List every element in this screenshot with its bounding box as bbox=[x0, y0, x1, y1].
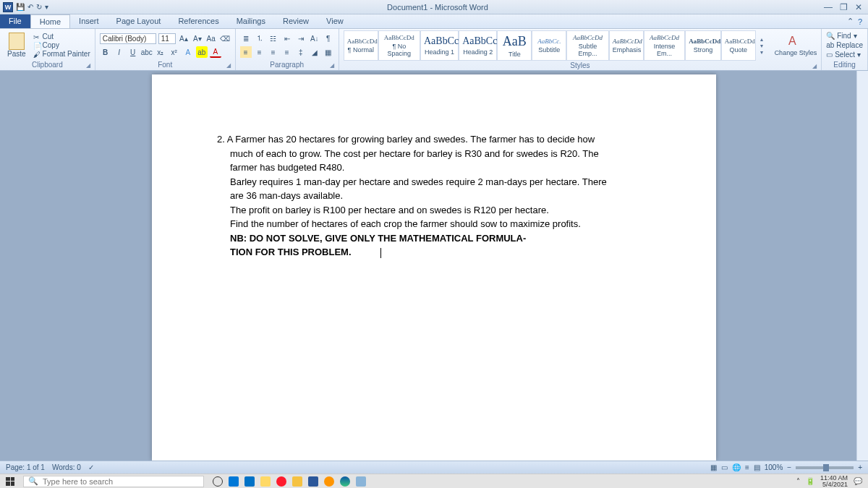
vertical-scrollbar[interactable] bbox=[856, 71, 868, 461]
font-size-select[interactable]: 11 bbox=[158, 33, 176, 44]
tab-view[interactable]: View bbox=[318, 14, 352, 28]
help-icon[interactable]: ? bbox=[858, 17, 862, 26]
close-button[interactable]: ✕ bbox=[855, 2, 862, 12]
dialog-launcher-icon[interactable]: ◢ bbox=[226, 62, 231, 69]
font-name-select[interactable]: Calibri (Body) bbox=[100, 33, 156, 44]
line-spacing-button[interactable]: ‡ bbox=[295, 46, 307, 58]
firefox-icon[interactable] bbox=[324, 476, 334, 487]
grow-font-button[interactable]: A▴ bbox=[178, 33, 190, 44]
start-button[interactable] bbox=[0, 474, 20, 489]
gallery-down-icon[interactable]: ▾ bbox=[760, 43, 770, 49]
taskbar-search[interactable]: 🔍 Type here to search bbox=[23, 476, 204, 487]
tab-insert[interactable]: Insert bbox=[70, 14, 108, 28]
view-outline-icon[interactable]: ≡ bbox=[745, 463, 749, 471]
dialog-launcher-icon[interactable]: ◢ bbox=[330, 62, 334, 69]
word-taskbar-icon[interactable] bbox=[308, 476, 318, 487]
shading-button[interactable]: ◢ bbox=[309, 46, 320, 58]
font-color-button[interactable]: A bbox=[210, 46, 221, 58]
underline-button[interactable]: U bbox=[127, 46, 139, 58]
justify-button[interactable]: ≡ bbox=[281, 46, 293, 58]
notifications-icon[interactable]: 💬 bbox=[854, 477, 862, 485]
app-icon[interactable] bbox=[356, 476, 366, 487]
save-icon[interactable]: 💾 bbox=[16, 3, 25, 11]
find-button[interactable]: 🔍Find ▾ bbox=[826, 32, 863, 40]
superscript-button[interactable]: x² bbox=[169, 46, 180, 58]
style-item-subtitle[interactable]: AaBbCc.Subtitle bbox=[532, 30, 566, 61]
clear-formatting-button[interactable]: ⌫ bbox=[219, 33, 231, 44]
multilevel-button[interactable]: ☷ bbox=[268, 33, 279, 44]
style-item--normal[interactable]: AaBbCcDd¶ Normal bbox=[344, 30, 378, 61]
borders-button[interactable]: ▦ bbox=[323, 46, 334, 58]
view-draft-icon[interactable]: ▤ bbox=[754, 463, 760, 471]
style-item-strong[interactable]: AaBbCcDdStrong bbox=[685, 30, 720, 61]
change-styles-button[interactable]: A Change Styles bbox=[775, 35, 817, 56]
paste-button[interactable]: Paste bbox=[4, 31, 29, 59]
qat-more-icon[interactable]: ▾ bbox=[45, 3, 48, 11]
styles-gallery[interactable]: AaBbCcDd¶ NormalAaBbCcDd¶ No SpacingAaBb… bbox=[344, 30, 756, 61]
subscript-button[interactable]: x₂ bbox=[155, 46, 166, 58]
view-web-icon[interactable]: 🌐 bbox=[732, 463, 741, 471]
tab-mailings[interactable]: Mailings bbox=[228, 14, 274, 28]
minimize-ribbon-icon[interactable]: ⌃ bbox=[847, 17, 854, 26]
gallery-up-icon[interactable]: ▴ bbox=[760, 36, 770, 43]
show-marks-button[interactable]: ¶ bbox=[323, 33, 334, 44]
gallery-more-icon[interactable]: ▾ bbox=[760, 49, 770, 56]
highlight-button[interactable]: ab bbox=[196, 46, 208, 58]
zoom-level[interactable]: 100% bbox=[765, 463, 783, 471]
tab-page-layout[interactable]: Page Layout bbox=[108, 14, 170, 28]
clock[interactable]: 11:40 AM 5/4/2021 bbox=[820, 475, 848, 488]
style-item-title[interactable]: AaBTitle bbox=[497, 30, 532, 61]
mail-icon[interactable] bbox=[244, 476, 255, 487]
numbering-button[interactable]: ⒈ bbox=[254, 33, 265, 44]
shrink-font-button[interactable]: A▾ bbox=[192, 33, 203, 44]
style-item--no-spacing[interactable]: AaBbCcDd¶ No Spacing bbox=[378, 30, 420, 61]
strikethrough-button[interactable]: abc bbox=[141, 46, 153, 58]
style-item-quote[interactable]: AaBbCcDdQuote bbox=[721, 30, 756, 61]
style-item-intense-em-[interactable]: AaBbCcDdIntense Em... bbox=[644, 30, 685, 61]
bold-button[interactable]: B bbox=[100, 46, 111, 58]
page-indicator[interactable]: Page: 1 of 1 bbox=[6, 463, 45, 471]
text-effects-button[interactable]: A bbox=[182, 46, 194, 58]
select-button[interactable]: ▭Select ▾ bbox=[826, 51, 863, 59]
tab-references[interactable]: References bbox=[169, 14, 227, 28]
store-icon[interactable] bbox=[229, 476, 239, 487]
style-item-heading-1[interactable]: AaBbCcHeading 1 bbox=[420, 30, 459, 61]
copy-button[interactable]: 📄Copy bbox=[33, 41, 90, 49]
opera-icon[interactable] bbox=[276, 476, 286, 487]
tab-home[interactable]: Home bbox=[30, 14, 70, 28]
word-count[interactable]: Words: 0 bbox=[52, 463, 81, 471]
align-center-button[interactable]: ≡ bbox=[254, 46, 265, 58]
zoom-in-button[interactable]: + bbox=[858, 463, 862, 471]
sort-button[interactable]: A↓ bbox=[309, 33, 320, 44]
maximize-button[interactable]: ❐ bbox=[840, 2, 848, 12]
page[interactable]: 2. A Farmer has 20 hectares for growing … bbox=[152, 74, 716, 461]
style-item-subtle-emp-[interactable]: AaBbCcDdSubtle Emp... bbox=[566, 30, 608, 61]
edge-icon[interactable] bbox=[340, 476, 350, 487]
document-area[interactable]: 2. A Farmer has 20 hectares for growing … bbox=[0, 71, 868, 461]
cut-button[interactable]: ✂Cut bbox=[33, 33, 90, 40]
zoom-out-button[interactable]: − bbox=[787, 463, 791, 471]
style-item-emphasis[interactable]: AaBbCcDdEmphasis bbox=[609, 30, 644, 61]
undo-icon[interactable]: ↶ bbox=[27, 3, 33, 11]
view-print-layout-icon[interactable]: ▦ bbox=[710, 463, 717, 471]
dialog-launcher-icon[interactable]: ◢ bbox=[812, 63, 817, 69]
tray-up-icon[interactable]: ˄ bbox=[796, 477, 800, 485]
change-case-button[interactable]: Aa bbox=[205, 33, 217, 44]
battery-icon[interactable]: 🔋 bbox=[806, 477, 814, 485]
file-explorer-icon[interactable] bbox=[292, 476, 302, 487]
increase-indent-button[interactable]: ⇥ bbox=[295, 33, 307, 44]
explorer-icon[interactable] bbox=[260, 476, 271, 487]
dialog-launcher-icon[interactable]: ◢ bbox=[86, 62, 90, 69]
format-painter-button[interactable]: 🖌Format Painter bbox=[33, 50, 90, 58]
redo-icon[interactable]: ↻ bbox=[36, 3, 42, 11]
minimize-button[interactable]: — bbox=[824, 2, 833, 12]
replace-button[interactable]: abReplace bbox=[826, 41, 863, 49]
tab-review[interactable]: Review bbox=[274, 14, 318, 28]
align-left-button[interactable]: ≡ bbox=[240, 46, 252, 58]
align-right-button[interactable]: ≡ bbox=[268, 46, 279, 58]
spellcheck-icon[interactable]: ✓ bbox=[88, 463, 94, 471]
italic-button[interactable]: I bbox=[114, 46, 125, 58]
zoom-slider[interactable] bbox=[796, 466, 854, 469]
decrease-indent-button[interactable]: ⇤ bbox=[281, 33, 293, 44]
cortana-icon[interactable] bbox=[213, 476, 223, 487]
